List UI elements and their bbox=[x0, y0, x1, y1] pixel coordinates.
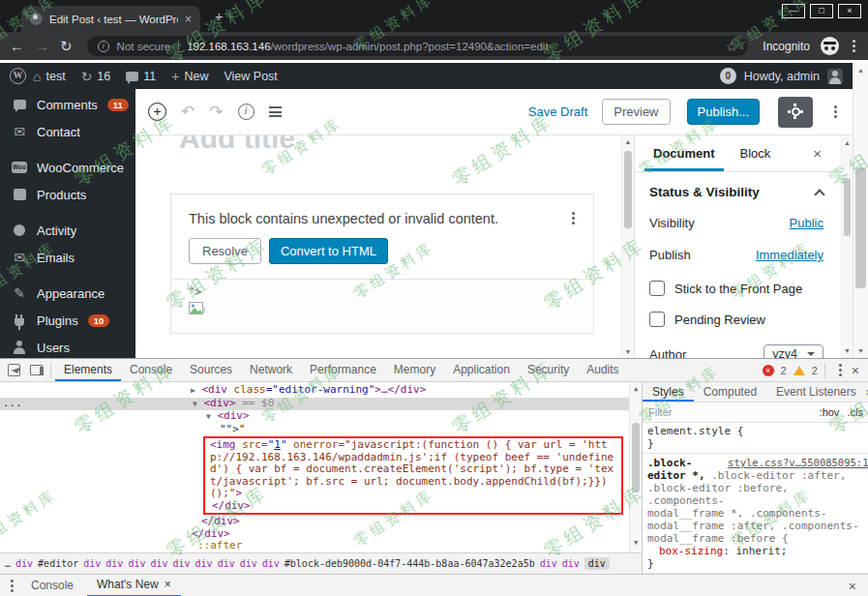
browser-tab[interactable]: Edit Post ‹ test — WordPress × bbox=[21, 6, 200, 32]
devtools-tab-network[interactable]: Network bbox=[241, 359, 301, 381]
drawer-tab-whats-new[interactable]: What's New × bbox=[87, 575, 181, 596]
editor-more-menu-icon[interactable] bbox=[834, 110, 837, 113]
content-structure-icon[interactable]: i bbox=[238, 104, 254, 120]
redo-icon[interactable]: ↷ bbox=[209, 102, 223, 122]
admin-bar-view-post[interactable]: View Post bbox=[224, 70, 277, 83]
sidebar-item-products[interactable]: Products bbox=[0, 181, 135, 208]
close-tab-icon[interactable]: × bbox=[165, 574, 171, 596]
scrollbar-thumb[interactable] bbox=[855, 167, 866, 288]
tab-document[interactable]: Document bbox=[641, 135, 728, 171]
status-visibility-section[interactable]: Status & Visibility bbox=[635, 172, 853, 207]
dom-pseudo-node[interactable]: ::after bbox=[0, 540, 642, 552]
admin-bar-updates[interactable]: ↻ 16 bbox=[81, 69, 111, 84]
undo-icon[interactable]: ↶ bbox=[181, 102, 195, 122]
expand-icon[interactable]: ▶ bbox=[191, 386, 195, 395]
breadcrumb[interactable]: div bbox=[195, 558, 213, 569]
scrollbar-thumb[interactable] bbox=[624, 151, 632, 228]
highlighted-img-node[interactable]: <img src="1" onerror="javascript:(functi… bbox=[203, 436, 623, 515]
hover-state-toggle[interactable]: :hov bbox=[820, 406, 840, 418]
scroll-down-icon[interactable]: ▼ bbox=[630, 539, 642, 547]
publish-value-link[interactable]: Immediately bbox=[756, 248, 823, 262]
breadcrumb[interactable]: div bbox=[173, 558, 191, 569]
dom-node[interactable]: </div> bbox=[0, 516, 642, 528]
sidebar-item-appearance[interactable]: ✎ Appearance bbox=[0, 280, 135, 307]
breadcrumb[interactable]: div bbox=[240, 558, 257, 569]
drawer-tab-console[interactable]: Console bbox=[21, 575, 83, 596]
breadcrumb[interactable]: div bbox=[150, 558, 167, 569]
computed-tab[interactable]: Computed bbox=[694, 382, 766, 402]
pending-review-checkbox[interactable] bbox=[649, 312, 665, 327]
elements-scrollbar[interactable]: ▲ ▼ bbox=[629, 382, 642, 552]
event-listeners-tab[interactable]: Event Listeners bbox=[766, 382, 866, 402]
user-avatar[interactable] bbox=[827, 69, 843, 84]
breadcrumb[interactable]: div bbox=[262, 558, 280, 569]
scrollbar-thumb[interactable] bbox=[844, 178, 851, 236]
breadcrumb-overflow[interactable]: … bbox=[5, 558, 11, 569]
breadcrumb[interactable]: div bbox=[218, 558, 235, 569]
collapse-icon[interactable]: ▼ bbox=[206, 412, 211, 421]
block-navigation-icon[interactable] bbox=[269, 106, 282, 117]
resolve-button[interactable]: Resolve bbox=[189, 238, 261, 264]
dom-node-selected[interactable]: ...▼ <div> == $0 bbox=[0, 398, 642, 411]
css-rule[interactable]: load-styles…ver=5.0.6:6 a, div { outline… bbox=[643, 573, 868, 574]
devtools-tab-console[interactable]: Console bbox=[121, 359, 181, 381]
css-value[interactable]: : inherit; bbox=[723, 545, 787, 557]
preview-button[interactable]: Preview bbox=[602, 99, 670, 125]
breadcrumb[interactable]: #editor bbox=[38, 558, 78, 569]
back-icon[interactable]: ← bbox=[10, 38, 24, 54]
scroll-up-icon[interactable]: ▲ bbox=[630, 385, 642, 393]
sidebar-item-plugins[interactable]: Plugins 10 bbox=[0, 307, 135, 334]
forward-icon[interactable]: → bbox=[35, 38, 49, 54]
dom-node[interactable]: </div> bbox=[0, 528, 642, 541]
devtools-tab-security[interactable]: Security bbox=[519, 359, 578, 381]
reload-icon[interactable]: ↻ bbox=[60, 38, 73, 55]
scroll-down-icon[interactable]: ▼ bbox=[622, 348, 634, 355]
browser-scrollbar[interactable]: ▲ ▼ bbox=[853, 63, 868, 358]
window-minimize-button[interactable]: — bbox=[782, 4, 805, 18]
styles-filter-input[interactable] bbox=[648, 406, 755, 418]
settings-gear-button[interactable] bbox=[778, 97, 813, 128]
page-info-icon[interactable]: i bbox=[98, 41, 109, 52]
sidebar-item-emails[interactable]: ✉ Emails bbox=[0, 244, 135, 271]
new-tab-button[interactable]: + bbox=[215, 8, 224, 24]
sidebar-item-woocommerce[interactable]: Woo WooCommerce bbox=[0, 154, 135, 181]
error-icon[interactable]: × bbox=[763, 365, 774, 376]
dom-node[interactable]: </div> bbox=[0, 552, 642, 553]
editor-canvas[interactable]: Add title This block contains unexpected… bbox=[135, 135, 621, 358]
devtools-tab-performance[interactable]: Performance bbox=[301, 359, 385, 381]
css-rule[interactable]: style.css?v…550085095:1 .block- editor *… bbox=[643, 453, 868, 570]
drawer-menu-icon[interactable] bbox=[11, 584, 14, 587]
breadcrumb[interactable]: div bbox=[562, 558, 580, 569]
add-block-icon[interactable]: + bbox=[148, 103, 166, 121]
devtools-tab-memory[interactable]: Memory bbox=[385, 359, 444, 381]
breadcrumb[interactable]: div bbox=[128, 558, 145, 569]
devtools-close-icon[interactable]: × bbox=[852, 363, 859, 378]
editor-scrollbar[interactable]: ▲ ▼ bbox=[621, 135, 634, 358]
post-title-placeholder[interactable]: Add title bbox=[179, 135, 621, 155]
convert-to-html-button[interactable]: Convert to HTML bbox=[269, 238, 388, 264]
devtools-tab-application[interactable]: Application bbox=[444, 359, 519, 381]
tab-close-icon[interactable]: × bbox=[185, 13, 192, 26]
tab-block[interactable]: Block bbox=[728, 135, 784, 171]
scroll-up-icon[interactable]: ▲ bbox=[842, 139, 853, 146]
save-draft-button[interactable]: Save Draft bbox=[528, 104, 587, 119]
devtools-tab-sources[interactable]: Sources bbox=[181, 359, 241, 381]
styles-tab[interactable]: Styles bbox=[643, 382, 694, 402]
dom-node[interactable]: </div> bbox=[210, 500, 616, 513]
scroll-down-icon[interactable]: ▼ bbox=[853, 347, 868, 354]
window-maximize-button[interactable]: □ bbox=[810, 4, 833, 18]
src-link[interactable]: 1 bbox=[274, 438, 281, 451]
devtools-tab-elements[interactable]: Elements bbox=[55, 359, 121, 381]
stick-front-page-checkbox[interactable] bbox=[649, 281, 665, 296]
panel-scrollbar[interactable]: ▲ ▼ bbox=[841, 135, 853, 358]
scroll-up-icon[interactable]: ▲ bbox=[622, 138, 634, 145]
browser-menu-icon[interactable] bbox=[853, 45, 855, 47]
publish-button[interactable]: Publish... bbox=[687, 99, 760, 125]
admin-bar-site[interactable]: ⌂ test bbox=[33, 69, 66, 84]
admin-bar-comments[interactable]: 11 bbox=[126, 70, 156, 83]
element-style-rule[interactable]: element.style { bbox=[647, 425, 868, 437]
sidebar-item-activity[interactable]: Activity bbox=[0, 217, 135, 244]
scroll-down-icon[interactable]: ▼ bbox=[842, 347, 853, 354]
window-close-button[interactable]: × bbox=[838, 4, 861, 18]
devtools-tab-audits[interactable]: Audits bbox=[578, 359, 627, 381]
